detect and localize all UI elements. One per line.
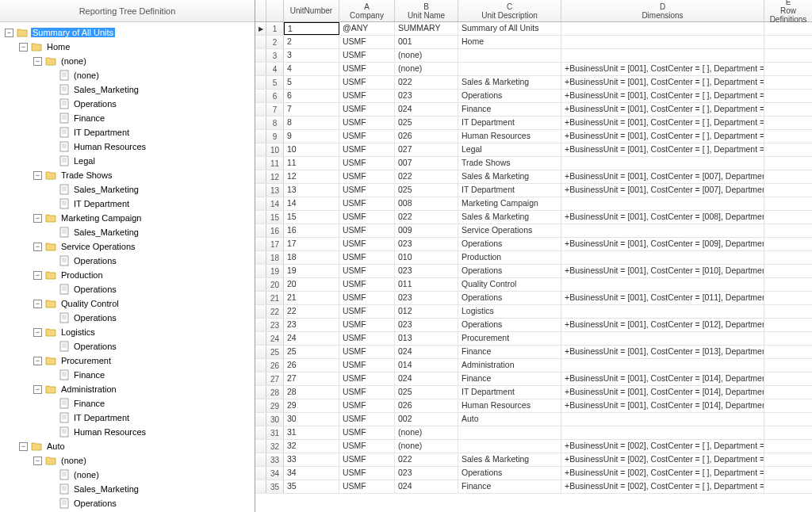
- row-indicator[interactable]: [255, 90, 266, 102]
- tree-node[interactable]: Legal: [5, 154, 253, 168]
- cell-unitnumber[interactable]: 32: [284, 440, 339, 453]
- cell-rowdef[interactable]: [764, 413, 812, 426]
- cell-company[interactable]: USMF: [339, 426, 395, 439]
- row-number[interactable]: 5: [266, 76, 284, 89]
- tree-node[interactable]: IT Department: [5, 411, 253, 425]
- row-indicator[interactable]: [255, 453, 266, 466]
- cell-unitname[interactable]: 023: [395, 238, 458, 250]
- cell-company[interactable]: USMF: [339, 224, 395, 237]
- cell-rowdef[interactable]: [764, 143, 812, 156]
- cell-unitname[interactable]: 024: [395, 346, 458, 358]
- row-indicator[interactable]: [255, 305, 266, 318]
- table-row[interactable]: 99USMF026Human Resources+BusinessUnit = …: [255, 130, 812, 143]
- cell-company[interactable]: USMF: [339, 373, 395, 385]
- cell-rowdef[interactable]: [764, 319, 812, 331]
- cell-rowdef[interactable]: [764, 332, 812, 345]
- row-indicator[interactable]: [255, 292, 266, 304]
- cell-unitname[interactable]: 024: [395, 373, 458, 385]
- cell-company[interactable]: USMF: [339, 332, 395, 345]
- cell-unitnumber[interactable]: 20: [284, 278, 339, 291]
- cell-unitnumber[interactable]: 15: [284, 211, 339, 224]
- cell-dimensions[interactable]: +BusinessUnit = [001], CostCenter = [011…: [561, 292, 764, 304]
- cell-unitnumber[interactable]: 1: [284, 22, 339, 35]
- cell-dimensions[interactable]: +BusinessUnit = [001], CostCenter = [ ],…: [561, 76, 764, 89]
- row-number[interactable]: 31: [266, 426, 284, 439]
- row-indicator[interactable]: [255, 170, 266, 183]
- cell-unitname[interactable]: 008: [395, 197, 458, 210]
- tree-node[interactable]: Sales_Marketing: [5, 182, 253, 197]
- cell-description[interactable]: Trade Shows: [458, 157, 561, 170]
- row-number[interactable]: 20: [266, 278, 284, 291]
- tree-node[interactable]: −Auto: [5, 439, 253, 453]
- cell-unitnumber[interactable]: 6: [284, 90, 339, 102]
- cell-unitname[interactable]: 022: [395, 76, 458, 89]
- table-row[interactable]: 1818USMF010Production: [255, 251, 812, 265]
- cell-unitname[interactable]: 026: [395, 130, 458, 143]
- table-row[interactable]: 33USMF(none): [255, 49, 812, 63]
- cell-dimensions[interactable]: +BusinessUnit = [002], CostCenter = [ ],…: [561, 480, 764, 493]
- cell-unitname[interactable]: SUMMARY: [395, 22, 458, 35]
- table-row[interactable]: 3030USMF002Auto: [255, 413, 812, 426]
- tree-node[interactable]: (none): [5, 68, 253, 82]
- cell-unitname[interactable]: 007: [395, 157, 458, 170]
- table-row[interactable]: 55USMF022Sales & Marketing+BusinessUnit …: [255, 76, 812, 90]
- tree-body[interactable]: −Summary of All Units−Home−(none)(none)S…: [0, 22, 255, 512]
- cell-rowdef[interactable]: [764, 238, 812, 250]
- cell-rowdef[interactable]: [764, 426, 812, 439]
- grid-body[interactable]: ▶11@ANYSUMMARYSummary of All Units22USMF…: [255, 22, 812, 512]
- row-number[interactable]: 17: [266, 238, 284, 250]
- cell-rowdef[interactable]: [764, 467, 812, 480]
- table-row[interactable]: 2525USMF024Finance+BusinessUnit = [001],…: [255, 346, 812, 359]
- row-indicator[interactable]: [255, 386, 266, 399]
- tree-node[interactable]: −Production: [5, 268, 253, 282]
- tree-node[interactable]: Operations: [5, 254, 253, 268]
- tree-node[interactable]: Sales_Marketing: [5, 482, 253, 496]
- row-indicator[interactable]: [255, 413, 266, 426]
- row-indicator[interactable]: [255, 359, 266, 372]
- cell-rowdef[interactable]: [764, 453, 812, 466]
- cell-dimensions[interactable]: [561, 332, 764, 345]
- cell-dimensions[interactable]: +BusinessUnit = [002], CostCenter = [ ],…: [561, 467, 764, 480]
- cell-description[interactable]: Sales & Marketing: [458, 211, 561, 224]
- cell-unitnumber[interactable]: 7: [284, 103, 339, 116]
- tree-node[interactable]: Sales_Marketing: [5, 82, 253, 97]
- table-row[interactable]: 1616USMF009Service Operations: [255, 224, 812, 238]
- cell-company[interactable]: USMF: [339, 36, 395, 48]
- row-number[interactable]: 25: [266, 346, 284, 358]
- cell-unitnumber[interactable]: 30: [284, 413, 339, 426]
- cell-unitname[interactable]: 026: [395, 399, 458, 412]
- cell-dimensions[interactable]: +BusinessUnit = [002], CostCenter = [ ],…: [561, 453, 764, 466]
- tree-node[interactable]: Human Resources: [5, 425, 253, 439]
- cell-company[interactable]: USMF: [339, 130, 395, 143]
- cell-description[interactable]: Sales & Marketing: [458, 453, 561, 466]
- cell-rowdef[interactable]: [764, 170, 812, 183]
- cell-company[interactable]: USMF: [339, 440, 395, 453]
- cell-unitnumber[interactable]: 23: [284, 319, 339, 331]
- table-row[interactable]: 2121USMF023Operations+BusinessUnit = [00…: [255, 292, 812, 305]
- table-row[interactable]: 1414USMF008Marketing Campaign: [255, 197, 812, 211]
- cell-unitname[interactable]: 012: [395, 305, 458, 318]
- cell-rowdef[interactable]: [764, 90, 812, 102]
- cell-unitnumber[interactable]: 24: [284, 332, 339, 345]
- row-indicator[interactable]: [255, 278, 266, 291]
- tree-node[interactable]: −Trade Shows: [5, 168, 253, 182]
- cell-dimensions[interactable]: [561, 197, 764, 210]
- row-number[interactable]: 13: [266, 184, 284, 197]
- cell-unitname[interactable]: 022: [395, 170, 458, 183]
- cell-rowdef[interactable]: [764, 197, 812, 210]
- cell-unitname[interactable]: 023: [395, 319, 458, 331]
- row-indicator[interactable]: [255, 319, 266, 331]
- cell-unitnumber[interactable]: 28: [284, 386, 339, 399]
- row-number[interactable]: 22: [266, 305, 284, 318]
- cell-rowdef[interactable]: [764, 76, 812, 89]
- cell-company[interactable]: @ANY: [339, 22, 395, 35]
- row-number[interactable]: 28: [266, 386, 284, 399]
- cell-unitnumber[interactable]: 31: [284, 426, 339, 439]
- cell-unitname[interactable]: 022: [395, 211, 458, 224]
- row-indicator[interactable]: [255, 197, 266, 210]
- row-number[interactable]: 4: [266, 63, 284, 75]
- cell-unitname[interactable]: 023: [395, 292, 458, 304]
- row-indicator[interactable]: [255, 332, 266, 345]
- cell-company[interactable]: USMF: [339, 143, 395, 156]
- tree-node[interactable]: Finance: [5, 111, 253, 125]
